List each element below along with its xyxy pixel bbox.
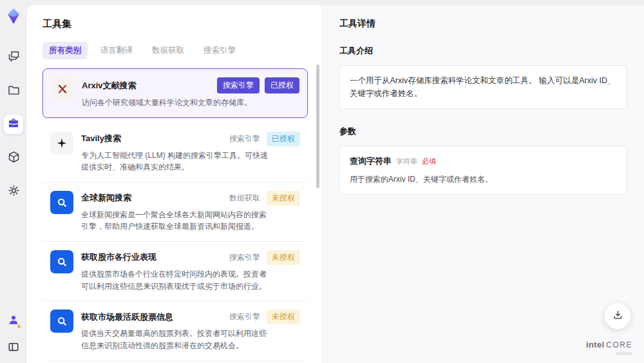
category-badge: 搜索引擎 xyxy=(228,250,261,265)
category-tabs: 所有类别语言翻译数据获取搜索引擎 xyxy=(43,42,308,59)
parameter-name: 查询字符串 xyxy=(350,155,392,168)
tool-name: Tavily搜索 xyxy=(81,133,121,144)
sparkle-icon xyxy=(50,132,73,155)
main-area: 工具集 所有类别语言翻译数据获取搜索引擎 Arxiv文献搜索 搜索引擎 已授权 … xyxy=(27,0,644,363)
tool-card[interactable]: 获取股市各行业表现 搜索引擎 未授权 提供股票市场各个行业在特定时间段内的表现。… xyxy=(43,242,308,301)
category-badge: 搜索引擎 xyxy=(228,309,261,324)
status-badge: 已授权 xyxy=(265,77,299,93)
params-box: 查询字符串 字符串 必填 用于搜索的Arxiv ID、关键字或作者姓名。 xyxy=(339,146,627,195)
status-badge: 未授权 xyxy=(267,309,300,324)
sidebar-item-files[interactable] xyxy=(4,81,23,101)
toolbox-icon xyxy=(7,117,20,132)
tool-description: 提供股票市场各个行业在特定时间段内的表现。投资者可以利用这些信息来识别表现优于或… xyxy=(81,268,271,292)
category-tab[interactable]: 所有类别 xyxy=(43,42,88,59)
list-scrollbar[interactable] xyxy=(316,64,319,188)
tool-card[interactable]: Tavily搜索 搜索引擎 已授权 专为人工智能代理 (LLM) 构建的搜索引擎… xyxy=(43,123,308,182)
sidebar-bottom xyxy=(4,311,23,358)
intel-core-logo: intelCORE xyxy=(586,338,632,355)
sidebar-item-models[interactable] xyxy=(4,148,23,168)
collapse-sidebar-button[interactable] xyxy=(4,338,23,358)
tool-name: Arxiv文献搜索 xyxy=(82,80,137,92)
status-badge: 未授权 xyxy=(267,191,300,206)
parameter-description: 用于搜索的Arxiv ID、关键字或作者姓名。 xyxy=(350,173,617,186)
user-status-dot xyxy=(17,325,21,328)
tool-description: 访问各个研究领域大量科学论文和文章的存储库。 xyxy=(82,97,299,109)
page-title: 工具集 xyxy=(43,18,308,30)
sidebar-item-settings[interactable] xyxy=(4,182,23,201)
intel-brand-text: intel xyxy=(586,340,604,349)
tool-description: 专为人工智能代理 (LLM) 构建的搜索引擎工具。可快速提供实时、准确和真实的结… xyxy=(81,150,271,173)
user-profile-button[interactable] xyxy=(4,311,23,331)
intro-box: 一个用于从Arxiv存储库搜索科学论文和文章的工具。 输入可以是Arxiv ID… xyxy=(339,65,627,109)
tool-description: 全球新闻搜索是一个聚合全球各大新闻网站内容的搜索引擎，帮助用户快速获取全球最新资… xyxy=(81,209,271,233)
intel-core-subtext xyxy=(616,352,632,355)
blue-search-icon xyxy=(50,191,73,214)
tool-name: 获取股市各行业表现 xyxy=(81,251,156,263)
app-window: 工具集 所有类别语言翻译数据获取搜索引擎 Arxiv文献搜索 搜索引擎 已授权 … xyxy=(0,0,644,363)
tool-name: 全球新闻搜索 xyxy=(81,192,131,204)
status-badge: 已授权 xyxy=(267,132,300,146)
arxiv-logo-icon xyxy=(51,77,74,101)
blue-search-icon xyxy=(50,250,73,273)
category-tab[interactable]: 语言翻译 xyxy=(94,42,139,59)
category-badge: 搜索引擎 xyxy=(217,77,260,93)
category-badge: 数据获取 xyxy=(228,191,261,206)
tool-card[interactable]: Arxiv文献搜索 搜索引擎 已授权 访问各个研究领域大量科学论文和文章的存储库… xyxy=(43,68,308,118)
tool-card[interactable]: 万维地区新闻查询 搜索引擎 未授权 查询具体行政区划内的新闻，快速了解各地新闻动… xyxy=(43,360,308,363)
tool-card[interactable]: 获取市场最活跃股票信息 搜索引擎 未授权 提供当天交易量最高的股票列表。投资者可… xyxy=(43,301,308,360)
tool-card[interactable]: 全球新闻搜索 数据获取 未授权 全球新闻搜索是一个聚合全球各大新闻网站内容的搜索… xyxy=(43,182,308,242)
tool-description: 提供当天交易量最高的股票列表。投资者可以利用这些信息来识别流动性强的股票和潜在的… xyxy=(81,328,271,351)
collapse-panel-icon xyxy=(7,340,20,356)
tool-cards: Arxiv文献搜索 搜索引擎 已授权 访问各个研究领域大量科学论文和文章的存储库… xyxy=(43,68,308,363)
status-badge: 未授权 xyxy=(267,250,300,265)
cube-icon xyxy=(7,150,21,166)
sidebar-item-chat[interactable] xyxy=(4,48,23,67)
top-strip xyxy=(27,0,644,5)
category-tab[interactable]: 搜索引擎 xyxy=(197,42,242,59)
parameter-item: 查询字符串 字符串 必填 用于搜索的Arxiv ID、关键字或作者姓名。 xyxy=(350,155,617,186)
intro-text: 一个用于从Arxiv存储库搜索科学论文和文章的工具。 输入可以是Arxiv ID… xyxy=(350,76,616,98)
settings-gear-icon xyxy=(7,184,21,200)
sidebar-nav xyxy=(4,48,23,201)
tool-list-panel: 工具集 所有类别语言翻译数据获取搜索引擎 Arxiv文献搜索 搜索引擎 已授权 … xyxy=(27,5,322,363)
sidebar xyxy=(0,0,27,363)
blue-search-icon xyxy=(50,309,73,333)
app-logo-diamond-icon[interactable] xyxy=(4,6,23,26)
params-heading: 参数 xyxy=(339,126,627,137)
category-tab[interactable]: 数据获取 xyxy=(146,42,191,59)
intro-heading: 工具介绍 xyxy=(339,45,627,57)
download-button[interactable] xyxy=(604,302,631,329)
parameter-required-badge: 必填 xyxy=(422,156,436,168)
parameter-type: 字符串 xyxy=(396,156,417,168)
category-badge: 搜索引擎 xyxy=(228,132,261,146)
sidebar-item-tools[interactable] xyxy=(4,115,23,134)
tool-detail-panel: 工具详情 工具介绍 一个用于从Arxiv存储库搜索科学论文和文章的工具。 输入可… xyxy=(322,5,644,363)
download-icon xyxy=(612,309,624,323)
core-brand-text: CORE xyxy=(606,340,632,349)
detail-title: 工具详情 xyxy=(339,18,627,30)
chat-icon xyxy=(7,50,21,66)
folder-icon xyxy=(7,83,21,99)
tool-name: 获取市场最活跃股票信息 xyxy=(81,311,173,323)
